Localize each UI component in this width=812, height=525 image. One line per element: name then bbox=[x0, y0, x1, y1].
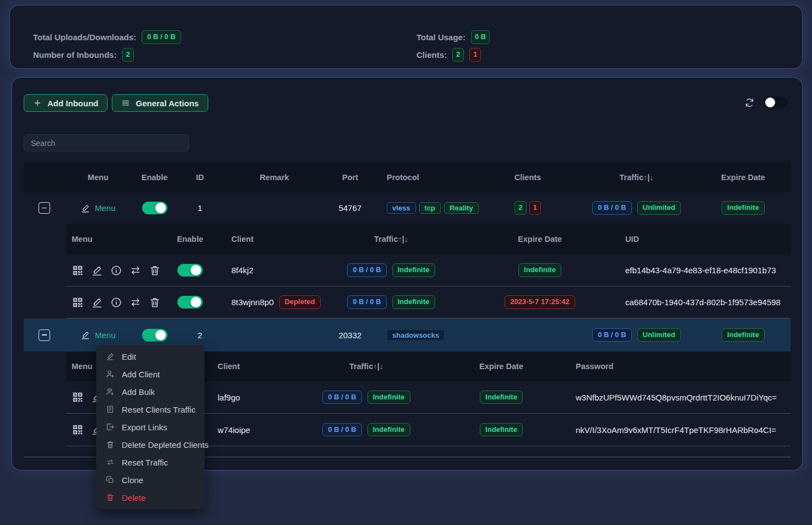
protocol-tag: shadowsocks bbox=[387, 329, 445, 341]
stat-label: Total Usage: bbox=[416, 33, 465, 42]
inbound-row-1[interactable]: Menu 1 54767 vless tcp Reality 2 1 0 B / bbox=[24, 192, 791, 224]
header-uid: UID bbox=[622, 224, 791, 255]
stat-value-badge: 0 B / 0 B bbox=[142, 30, 181, 44]
client-actions bbox=[66, 286, 165, 318]
traffic-badge: 0 B / 0 B bbox=[322, 391, 361, 404]
stats-panel: Total Uploads/Downloads: 0 B / 0 B Numbe… bbox=[10, 6, 802, 68]
add-client-icon bbox=[106, 370, 115, 378]
expire-badge: 2023-5-7 17:25:42 bbox=[505, 295, 575, 309]
header-traffic-sort[interactable]: Traffic↑|↓ bbox=[577, 162, 696, 192]
inbound-enable-toggle[interactable] bbox=[142, 329, 167, 342]
expire-badge: Indefinite bbox=[722, 328, 765, 342]
clone-icon bbox=[106, 475, 115, 484]
edit-pencil-icon[interactable] bbox=[91, 296, 103, 308]
header-protocol: Protocol bbox=[373, 162, 478, 192]
toolbar: Add Inbound General Actions bbox=[24, 94, 208, 112]
header-port: Port bbox=[327, 162, 373, 192]
menu-item-reset-clients-traffic[interactable]: Reset Clients Traffic bbox=[96, 400, 204, 418]
client-row-8f4kj2: 8f4kj2 0 B / 0 B Indefinite Indefinite e… bbox=[66, 255, 791, 286]
stat-label: Total Uploads/Downloads: bbox=[33, 33, 136, 42]
header-expire-date: Expire Date bbox=[430, 351, 573, 381]
client-enable-toggle[interactable] bbox=[177, 296, 203, 308]
reset-traffic-icon[interactable] bbox=[129, 296, 142, 308]
header-menu: Menu bbox=[66, 224, 165, 255]
menu-item-add-bulk[interactable]: Add Bulk bbox=[96, 383, 204, 400]
delete-depleted-clients-icon bbox=[106, 440, 115, 449]
inbound-enable-toggle[interactable] bbox=[142, 202, 167, 214]
add-inbound-button[interactable]: Add Inbound bbox=[24, 94, 107, 112]
traffic-limit-badge: Indefinite bbox=[392, 295, 435, 309]
collapse-row-button[interactable] bbox=[39, 202, 50, 214]
row-menu-button[interactable]: Menu bbox=[80, 330, 116, 340]
toggle-knob bbox=[155, 203, 166, 213]
traffic-badge: 0 B / 0 B bbox=[347, 263, 386, 277]
header-menu: Menu bbox=[65, 162, 131, 192]
menu-item-export-links[interactable]: Export Links bbox=[96, 418, 204, 436]
menu-item-edit[interactable]: Edit bbox=[96, 348, 204, 365]
stat-value-badge: 0 B bbox=[471, 30, 490, 44]
delete-icon[interactable] bbox=[149, 296, 161, 308]
menu-item-reset-traffic[interactable]: Reset Traffic bbox=[96, 453, 204, 471]
client-name: w74ioipe bbox=[218, 425, 250, 435]
row-menu-button[interactable]: Menu bbox=[80, 203, 116, 213]
client-traffic: 0 B / 0 B Indefinite bbox=[303, 381, 430, 413]
inbound-context-menu: Edit Add Client Add Bulk Reset Clients T… bbox=[96, 345, 204, 509]
qr-code-icon[interactable] bbox=[72, 424, 84, 436]
menu-item-label: Add Bulk bbox=[122, 387, 155, 397]
menu-item-label: Reset Traffic bbox=[122, 458, 168, 467]
stat-total-uploads-downloads: Total Uploads/Downloads: 0 B / 0 B bbox=[33, 30, 181, 44]
menu-item-clone[interactable]: Clone bbox=[96, 471, 204, 489]
stat-number-of-inbounds: Number of Inbounds: 2 bbox=[33, 48, 134, 62]
header-remark: Remark bbox=[222, 162, 327, 192]
reset-traffic-icon[interactable] bbox=[129, 264, 142, 277]
inbound-remark bbox=[222, 318, 327, 351]
header-traffic-sort[interactable]: Traffic↑|↓ bbox=[325, 224, 457, 255]
client-enable-toggle[interactable] bbox=[177, 264, 203, 277]
client-row-8t3wjnn8p0: 8t3wjnn8p0 Depleted 0 B / 0 B Indefinite… bbox=[66, 286, 791, 318]
refresh-icon[interactable] bbox=[744, 98, 755, 108]
info-icon[interactable] bbox=[110, 296, 122, 308]
client-traffic: 0 B / 0 B Indefinite bbox=[325, 255, 457, 286]
traffic-limit-badge: Indefinite bbox=[367, 391, 410, 404]
header-client: Client bbox=[204, 351, 303, 381]
header-id: ID bbox=[178, 162, 222, 192]
inbound-protocols: vless tcp Reality bbox=[373, 192, 478, 224]
collapse-row-button[interactable] bbox=[39, 329, 50, 341]
stat-label: Clients: bbox=[416, 50, 447, 59]
inbound-clients bbox=[478, 318, 577, 351]
inbound-traffic: 0 B / 0 B Unlimited bbox=[577, 318, 696, 351]
menu-item-label: Reset Clients Traffic bbox=[122, 405, 196, 414]
client-traffic: 0 B / 0 B Indefinite bbox=[325, 286, 457, 318]
delete-icon[interactable] bbox=[149, 264, 161, 277]
client-password: nkV/I/3XoAm9v6xMT/T5IcrF4TpeTKF98rHARbRo… bbox=[573, 414, 791, 446]
info-icon[interactable] bbox=[110, 264, 122, 277]
menu-item-label: Delete bbox=[122, 493, 145, 502]
clients-depleted-badge: 1 bbox=[469, 48, 481, 62]
header-expire-date: Expire Date bbox=[457, 224, 622, 255]
toggle-knob bbox=[191, 265, 201, 275]
qr-code-icon[interactable] bbox=[72, 296, 84, 308]
plus-icon bbox=[33, 99, 42, 107]
menu-item-delete-depleted-clients[interactable]: Delete Depleted Clients bbox=[96, 436, 204, 453]
menu-item-add-client[interactable]: Add Client bbox=[96, 365, 204, 383]
client-uid: ca68470b-1940-437d-802b-1f9573e94598 bbox=[622, 286, 791, 318]
edit-pencil-icon[interactable] bbox=[91, 264, 103, 277]
client-uid: efb14b43-4a79-4e83-ef18-e48cf1901b73 bbox=[622, 255, 791, 286]
menu-item-delete[interactable]: Delete bbox=[96, 489, 204, 506]
qr-code-icon[interactable] bbox=[72, 264, 84, 277]
depleted-filter-toggle[interactable] bbox=[764, 96, 788, 109]
client-traffic: 0 B / 0 B Indefinite bbox=[303, 414, 430, 446]
general-actions-button[interactable]: General Actions bbox=[112, 94, 208, 112]
traffic-limit-badge: Unlimited bbox=[637, 328, 681, 342]
search-input[interactable] bbox=[24, 134, 189, 151]
qr-code-icon[interactable] bbox=[72, 391, 84, 403]
edit-icon bbox=[106, 352, 115, 361]
header-traffic-sort[interactable]: Traffic↑|↓ bbox=[303, 351, 430, 381]
header-expire-date: Expire Date bbox=[696, 162, 791, 192]
inbound-expire: Indefinite bbox=[696, 318, 791, 351]
inbounds-table-header: Menu Enable ID Remark Port Protocol Clie… bbox=[24, 162, 791, 192]
menu-item-label: Clone bbox=[122, 475, 143, 485]
row-menu-label: Menu bbox=[95, 331, 116, 340]
toggle-knob bbox=[191, 297, 201, 307]
header-expand-column bbox=[24, 162, 65, 192]
